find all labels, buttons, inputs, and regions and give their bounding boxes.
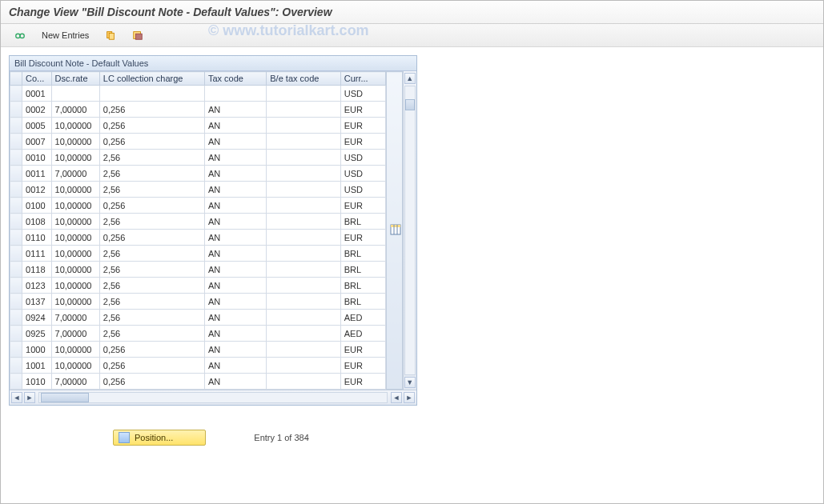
- row-selector[interactable]: [10, 310, 22, 326]
- cell-tax-code[interactable]: AN: [204, 166, 266, 182]
- cell-dsc-rate[interactable]: 7,00000: [51, 102, 99, 118]
- scroll-right-end-button[interactable]: ►: [404, 392, 415, 403]
- cell-currency[interactable]: USD: [340, 166, 385, 182]
- cell-company[interactable]: 1000: [22, 342, 52, 358]
- col-tax-code[interactable]: Tax code: [204, 72, 266, 86]
- cell-currency[interactable]: BRL: [340, 246, 385, 262]
- cell-company[interactable]: 0011: [22, 166, 52, 182]
- cell-currency[interactable]: AED: [340, 310, 385, 326]
- row-selector[interactable]: [10, 342, 22, 358]
- cell-lc-charge[interactable]: 2,56: [99, 310, 204, 326]
- cell-currency[interactable]: BRL: [340, 214, 385, 230]
- cell-currency[interactable]: EUR: [340, 374, 385, 390]
- cell-dsc-rate[interactable]: 10,00000: [51, 342, 99, 358]
- cell-currency[interactable]: EUR: [340, 102, 385, 118]
- cell-dsc-rate[interactable]: 10,00000: [51, 262, 99, 278]
- cell-company[interactable]: 0010: [22, 150, 52, 166]
- position-button[interactable]: Position...: [113, 430, 206, 446]
- cell-be-tax-code[interactable]: [267, 310, 340, 326]
- cell-currency[interactable]: BRL: [340, 294, 385, 310]
- cell-currency[interactable]: USD: [340, 150, 385, 166]
- cell-company[interactable]: 0100: [22, 198, 52, 214]
- table-row[interactable]: 001210,000002,56ANUSD: [10, 182, 386, 198]
- cell-dsc-rate[interactable]: 7,00000: [51, 166, 99, 182]
- cell-lc-charge[interactable]: 0,256: [99, 374, 204, 390]
- cell-currency[interactable]: AED: [340, 326, 385, 342]
- row-selector[interactable]: [10, 150, 22, 166]
- cell-tax-code[interactable]: AN: [204, 374, 266, 390]
- cell-lc-charge[interactable]: 2,56: [99, 278, 204, 294]
- row-selector[interactable]: [10, 86, 22, 102]
- table-row[interactable]: 013710,000002,56ANBRL: [10, 294, 386, 310]
- cell-dsc-rate[interactable]: 10,00000: [51, 246, 99, 262]
- cell-dsc-rate[interactable]: 10,00000: [51, 198, 99, 214]
- table-row[interactable]: 09257,000002,56ANAED: [10, 326, 386, 342]
- row-selector[interactable]: [10, 358, 22, 374]
- row-selector[interactable]: [10, 230, 22, 246]
- cell-dsc-rate[interactable]: 10,00000: [51, 118, 99, 134]
- cell-tax-code[interactable]: AN: [204, 342, 266, 358]
- table-row[interactable]: 00117,000002,56ANUSD: [10, 166, 386, 182]
- row-selector[interactable]: [10, 134, 22, 150]
- cell-dsc-rate[interactable]: 10,00000: [51, 230, 99, 246]
- table-row[interactable]: 011810,000002,56ANBRL: [10, 262, 386, 278]
- cell-currency[interactable]: EUR: [340, 358, 385, 374]
- table-row[interactable]: 010010,000000,256ANEUR: [10, 198, 386, 214]
- cell-tax-code[interactable]: AN: [204, 326, 266, 342]
- scroll-down-button[interactable]: ▼: [404, 377, 416, 388]
- col-dsc-rate[interactable]: Dsc.rate: [51, 72, 99, 86]
- row-selector[interactable]: [10, 262, 22, 278]
- cell-lc-charge[interactable]: 2,56: [99, 246, 204, 262]
- cell-currency[interactable]: EUR: [340, 134, 385, 150]
- row-selector[interactable]: [10, 214, 22, 230]
- new-entries-button[interactable]: New Entries: [36, 28, 94, 42]
- row-selector[interactable]: [10, 118, 22, 134]
- cell-be-tax-code[interactable]: [267, 294, 340, 310]
- col-lc-charge[interactable]: LC collection charge: [99, 72, 204, 86]
- cell-be-tax-code[interactable]: [267, 198, 340, 214]
- cell-dsc-rate[interactable]: [51, 86, 99, 102]
- table-row[interactable]: 0001USD: [10, 86, 386, 102]
- cell-lc-charge[interactable]: 0,256: [99, 102, 204, 118]
- cell-lc-charge[interactable]: 2,56: [99, 166, 204, 182]
- row-selector[interactable]: [10, 198, 22, 214]
- hscroll-thumb[interactable]: [41, 393, 89, 402]
- cell-tax-code[interactable]: AN: [204, 358, 266, 374]
- cell-currency[interactable]: EUR: [340, 198, 385, 214]
- table-row[interactable]: 100110,000000,256ANEUR: [10, 358, 386, 374]
- cell-tax-code[interactable]: AN: [204, 134, 266, 150]
- cell-be-tax-code[interactable]: [267, 182, 340, 198]
- col-currency[interactable]: Curr...: [340, 72, 385, 86]
- cell-dsc-rate[interactable]: 10,00000: [51, 214, 99, 230]
- cell-tax-code[interactable]: AN: [204, 278, 266, 294]
- col-company[interactable]: Co...: [22, 72, 52, 86]
- cell-dsc-rate[interactable]: 10,00000: [51, 358, 99, 374]
- scroll-up-button[interactable]: ▲: [404, 73, 416, 84]
- row-selector[interactable]: [10, 246, 22, 262]
- cell-lc-charge[interactable]: 2,56: [99, 182, 204, 198]
- scroll-left-button[interactable]: ◄: [11, 392, 22, 403]
- cell-currency[interactable]: USD: [340, 182, 385, 198]
- vscroll-thumb[interactable]: [405, 99, 415, 110]
- cell-tax-code[interactable]: [204, 86, 266, 102]
- cell-currency[interactable]: EUR: [340, 230, 385, 246]
- cell-tax-code[interactable]: AN: [204, 262, 266, 278]
- cell-company[interactable]: 0118: [22, 262, 52, 278]
- cell-be-tax-code[interactable]: [267, 134, 340, 150]
- cell-be-tax-code[interactable]: [267, 86, 340, 102]
- cell-be-tax-code[interactable]: [267, 230, 340, 246]
- col-be-tax-code[interactable]: B/e tax code: [267, 72, 340, 86]
- toggle-button[interactable]: [9, 27, 31, 43]
- cell-dsc-rate[interactable]: 7,00000: [51, 374, 99, 390]
- cell-tax-code[interactable]: AN: [204, 246, 266, 262]
- data-grid[interactable]: Co... Dsc.rate LC collection charge Tax …: [10, 71, 386, 390]
- table-row[interactable]: 012310,000002,56ANBRL: [10, 278, 386, 294]
- cell-dsc-rate[interactable]: 10,00000: [51, 150, 99, 166]
- scroll-left-end-button[interactable]: ◄: [391, 392, 402, 403]
- delimit-button[interactable]: [127, 27, 149, 43]
- cell-tax-code[interactable]: AN: [204, 214, 266, 230]
- cell-company[interactable]: 0924: [22, 310, 52, 326]
- cell-tax-code[interactable]: AN: [204, 150, 266, 166]
- cell-lc-charge[interactable]: 0,256: [99, 230, 204, 246]
- table-row[interactable]: 001010,000002,56ANUSD: [10, 150, 386, 166]
